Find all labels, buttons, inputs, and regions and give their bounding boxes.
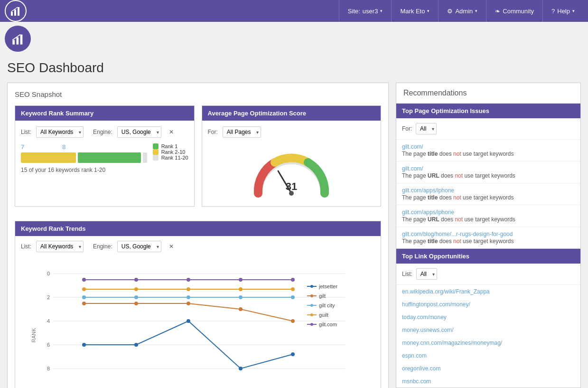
- svg-text:6: 6: [47, 342, 50, 348]
- y-axis-label: RANK: [31, 328, 37, 342]
- svg-point-29: [239, 367, 243, 370]
- logo-icon: [10, 5, 21, 17]
- link-item-2: huffingtonpost.com/money/: [396, 298, 580, 311]
- link-item-3: today.com/money: [396, 311, 580, 323]
- link-1[interactable]: en.wikipedia.org/wiki/Frank_Zappa: [402, 288, 490, 295]
- recommendations-card: Recommendations Top Page Optimization Is…: [396, 83, 581, 388]
- recommendations-title: Recommendations: [396, 83, 580, 104]
- top-links-list-label: List:: [402, 271, 412, 277]
- links-list: en.wikipedia.org/wiki/Frank_Zappa huffin…: [396, 285, 580, 388]
- svg-rect-4: [16, 37, 19, 44]
- link-8[interactable]: msnbc.com: [402, 378, 431, 385]
- svg-point-38: [187, 295, 190, 299]
- admin-menu[interactable]: ⚙ Admin ▾: [438, 0, 486, 22]
- top-links-list-select-wrap[interactable]: All: [416, 268, 437, 280]
- help-label: Help: [557, 8, 570, 15]
- gear-icon: ⚙: [447, 8, 453, 15]
- legend-rank2: Rank 2-10: [153, 149, 188, 155]
- admin-label: Admin: [455, 8, 473, 15]
- brand-logo-icon: [11, 32, 25, 46]
- link-3[interactable]: today.com/money: [402, 314, 447, 321]
- link-7[interactable]: oregonlive.com: [402, 365, 440, 372]
- krs-engine-select-wrap[interactable]: US, Google: [117, 126, 161, 138]
- link-2[interactable]: huffingtonpost.com/money/: [402, 301, 470, 308]
- issue-item-1: gilt.com/ The page title does not use ta…: [396, 140, 580, 161]
- krs-list-select[interactable]: All Keywords: [36, 126, 84, 138]
- svg-rect-3: [12, 40, 15, 44]
- krs-chart-area: 7 8 15 of your 16 keywords rank 1-20: [21, 143, 188, 178]
- legend-rank3: Rank 11-20: [153, 155, 188, 161]
- help-menu[interactable]: ? Help ▾: [542, 0, 583, 22]
- trend-list-select[interactable]: All Keywords: [36, 241, 84, 252]
- issue-text-1: The page title does not use target keywo…: [402, 151, 514, 157]
- top-links-header: Top Link Opportunities: [396, 249, 580, 264]
- issue-link-5[interactable]: gilt.com/blog/home/...r-rugs-design-for-…: [402, 231, 575, 237]
- issue-link-4[interactable]: gilt.com/apps/iphone: [402, 209, 575, 216]
- issue-text-5: The page title does not use target keywo…: [402, 238, 514, 245]
- svg-rect-2: [18, 7, 19, 16]
- svg-point-27: [134, 343, 138, 347]
- legend-label-rank2: Rank 2-10: [161, 149, 186, 155]
- issue-item-5: gilt.com/blog/home/...r-rugs-design-for-…: [396, 227, 580, 248]
- avg-optimization-header: Average Page Optimization Score: [202, 106, 381, 121]
- link-item-1: en.wikipedia.org/wiki/Frank_Zappa: [396, 285, 580, 298]
- page-title-area: SEO Dashboard: [0, 56, 588, 83]
- svg-point-26: [82, 343, 86, 347]
- link-5[interactable]: money.cnn.com/magazines/moneymag/: [402, 340, 502, 346]
- svg-point-34: [239, 307, 243, 311]
- trend-engine-select-wrap[interactable]: US, Google: [117, 241, 161, 252]
- site-menu[interactable]: Site: user3 ▾: [339, 0, 392, 22]
- krs-engine-label: Engine:: [93, 129, 112, 135]
- svg-text:guilt: guilt: [319, 312, 328, 318]
- top-issues-for-select[interactable]: All: [416, 123, 437, 134]
- link-4[interactable]: money.usnews.com/: [402, 327, 454, 333]
- user-menu[interactable]: Mark Eto ▾: [391, 0, 438, 22]
- issue-item-3: gilt.com/apps/iphone The page title does…: [396, 183, 580, 205]
- right-panel: Recommendations Top Page Optimization Is…: [396, 83, 581, 388]
- top-issues-for-label: For:: [402, 125, 412, 132]
- help-icon: ?: [551, 8, 555, 15]
- header: Site: user3 ▾ Mark Eto ▾ ⚙ Admin ▾ ❧ Com…: [0, 0, 588, 22]
- issue-link-2[interactable]: gilt.com/: [402, 165, 575, 172]
- issue-link-3[interactable]: gilt.com/apps/iphone: [402, 187, 575, 194]
- krs-clear-button[interactable]: ✕: [166, 127, 177, 137]
- link-item-6: espn.com: [396, 349, 580, 362]
- trend-clear-button[interactable]: ✕: [166, 241, 177, 252]
- krs-list-select-wrap[interactable]: All Keywords: [36, 126, 84, 138]
- keyword-rank-trends-widget: Keyword Rank Trends List: All Keywords E…: [15, 221, 381, 388]
- issue-link-1[interactable]: gilt.com/: [402, 143, 575, 150]
- issue-text-4: The page URL does not use target keyword…: [402, 216, 515, 223]
- keyword-rank-trends-body: List: All Keywords Engine: US, Google: [15, 236, 381, 388]
- svg-point-44: [239, 287, 243, 291]
- svg-text:gilt: gilt: [319, 293, 326, 299]
- trend-engine-label: Engine:: [93, 243, 112, 250]
- top-issues-widget: Top Page Optimization Issues For: All gi…: [396, 104, 580, 249]
- apo-for-select[interactable]: All Pages: [223, 126, 261, 138]
- krs-list-label: List:: [21, 129, 31, 135]
- rank-bar-green: [78, 152, 141, 163]
- link-6[interactable]: espn.com: [402, 352, 427, 359]
- svg-point-39: [239, 295, 243, 299]
- keyword-rank-summary-widget: Keyword Rank Summary List: All Keywords …: [15, 105, 195, 207]
- user-label: Mark Eto: [400, 8, 425, 15]
- admin-chevron: ▾: [475, 9, 477, 13]
- gauge-container: 31: [208, 143, 375, 200]
- svg-point-65: [310, 323, 313, 326]
- top-issues-for-select-wrap[interactable]: All: [416, 123, 437, 134]
- apo-for-select-wrap[interactable]: All Pages: [223, 126, 261, 138]
- trend-chart-container: RANK 0 2 4: [15, 257, 381, 388]
- gauge-svg: 31: [249, 148, 334, 200]
- svg-point-45: [291, 287, 295, 291]
- keyword-rank-summary-header: Keyword Rank Summary: [15, 106, 194, 121]
- left-panel: SEO Snapshot Keyword Rank Summary List: …: [7, 83, 389, 388]
- svg-text:2: 2: [47, 294, 50, 300]
- trend-engine-select[interactable]: US, Google: [117, 241, 161, 252]
- svg-point-32: [134, 302, 138, 305]
- community-menu[interactable]: ❧ Community: [486, 0, 542, 22]
- trend-list-select-wrap[interactable]: All Keywords: [36, 241, 84, 252]
- krs-engine-select[interactable]: US, Google: [117, 126, 161, 138]
- rank1-number: 7: [21, 143, 24, 151]
- svg-point-42: [134, 287, 138, 291]
- top-links-list-select[interactable]: All: [416, 268, 437, 280]
- svg-rect-1: [14, 9, 16, 16]
